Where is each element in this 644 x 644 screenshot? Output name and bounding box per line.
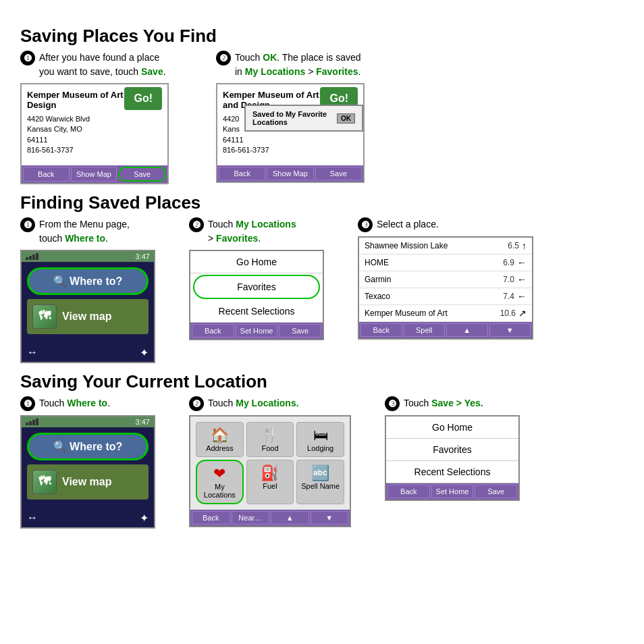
- device2-back-button[interactable]: Back: [219, 167, 265, 180]
- address-cell[interactable]: 🏠 Address: [196, 422, 244, 457]
- whereto2-footer: ↔ ✦: [22, 509, 154, 527]
- list-row[interactable]: Texaco 7.4 ←: [359, 288, 532, 305]
- device1-footer: Back Show Map Save: [22, 165, 167, 183]
- section2-steps: ❶ From the Menu page, touch Where to. 3:…: [20, 217, 624, 363]
- step-number-2-2: ❷: [189, 217, 204, 232]
- place-arrow: ↗: [518, 308, 527, 319]
- save-recent-item[interactable]: Recent Selections: [386, 461, 518, 483]
- icon-near-button[interactable]: Near…: [232, 511, 270, 525]
- section3-step3: ❸ Touch Save > Yes. Go Home Favorites Re…: [385, 396, 520, 501]
- list-down-button[interactable]: ▼: [489, 323, 531, 337]
- fav-back-button[interactable]: Back: [192, 324, 234, 338]
- section3-step2: ❷ Touch My Locations. 🏠 Address 🍴 Food 🛏…: [189, 396, 351, 527]
- place-dist: 7.0: [503, 275, 514, 284]
- ok-highlight: OK: [263, 52, 277, 63]
- section3-steps: ❶ Touch Where to. 3:47 🔍 Where to?: [20, 396, 624, 529]
- section1-steps: ❶ After you have found a place you want …: [20, 51, 624, 184]
- where-to-button2[interactable]: 🔍 Where to?: [27, 433, 149, 460]
- device2-showmap-button[interactable]: Show Map: [267, 167, 313, 180]
- address-icon: 🏠: [211, 427, 229, 444]
- map-icon: 🗺: [32, 304, 57, 329]
- where-to-highlight2: Where to: [67, 398, 107, 408]
- spell-cell[interactable]: 🔤 Spell Name: [296, 460, 344, 504]
- map-icon2: 🗺: [32, 470, 57, 494]
- place-name: Kemper Museum of Art: [365, 308, 500, 318]
- s2-step3-desc: Select a place.: [377, 217, 439, 232]
- place-name: Shawnee Mission Lake: [365, 241, 508, 250]
- icon-back-button[interactable]: Back: [192, 511, 230, 525]
- section1-step1: ❶ After you have found a place you want …: [20, 51, 169, 184]
- device2-save-button[interactable]: Save: [315, 167, 362, 180]
- search-icon: 🔍: [53, 275, 67, 287]
- whereto2-header: 3:47: [22, 417, 154, 427]
- place-arrow: ←: [517, 274, 527, 285]
- device1-address: 4420 Warwick Blvd Kansas City, MO 64111 …: [27, 114, 90, 156]
- icon-grid: 🏠 Address 🍴 Food 🛏 Lodging ❤ My Location…: [190, 417, 350, 510]
- list-row[interactable]: HOME 6.9 ←: [359, 254, 532, 271]
- icon-down-button[interactable]: ▼: [311, 511, 349, 525]
- list-row[interactable]: Kemper Museum of Art 10.6 ↗: [359, 305, 532, 322]
- lodging-label: Lodging: [307, 444, 333, 452]
- list-footer: Back Spell ▲ ▼: [359, 322, 532, 338]
- list-spell-button[interactable]: Spell: [404, 323, 446, 337]
- heart-icon: ❤: [213, 465, 225, 483]
- device1-back-button[interactable]: Back: [23, 167, 70, 182]
- list-up-button[interactable]: ▲: [446, 323, 488, 337]
- view-map-button2[interactable]: 🗺 View map: [27, 464, 149, 500]
- save-back-button[interactable]: Back: [387, 485, 430, 498]
- save-go-home-item[interactable]: Go Home: [386, 417, 518, 439]
- whereto-header: 3:47: [22, 251, 154, 262]
- device1-showmap-button[interactable]: Show Map: [71, 167, 117, 182]
- save-highlight: Save: [141, 66, 163, 77]
- device1-save-button[interactable]: Save: [118, 167, 166, 182]
- save-menu-footer: Back Set Home Save: [386, 483, 518, 500]
- place-name: Garmin: [365, 275, 503, 284]
- section3-title: Saving Your Current Location: [20, 371, 624, 392]
- device-time2: 3:47: [136, 418, 150, 426]
- place-dist: 6.5: [508, 241, 519, 250]
- whereto2-body: 🔍 Where to? 🗺 View map: [22, 427, 154, 509]
- whereto-device: 3:47 🔍 Where to? 🗺 View map ↔ ✦: [20, 250, 155, 363]
- save-sethome-button[interactable]: Set Home: [431, 485, 474, 498]
- icon-up-button[interactable]: ▲: [271, 511, 309, 525]
- section3-step1: ❶ Touch Where to. 3:47 🔍 Where to?: [20, 396, 155, 529]
- favorites-item[interactable]: Favorites: [193, 275, 320, 299]
- list-row[interactable]: Garmin 7.0 ←: [359, 271, 532, 288]
- list-row[interactable]: Shawnee Mission Lake 6.5 ↑: [359, 238, 532, 254]
- list-back-button[interactable]: Back: [360, 323, 402, 337]
- fuel-label: Fuel: [263, 482, 277, 490]
- device1-go-button[interactable]: Go!: [124, 87, 162, 110]
- section2-step3: ❸ Select a place. Shawnee Mission Lake 6…: [358, 217, 533, 340]
- save-favorites-item[interactable]: Favorites: [386, 439, 518, 461]
- s3-step1-desc: Touch Where to.: [39, 396, 110, 410]
- recent-selections-item[interactable]: Recent Selections: [190, 300, 323, 323]
- footer2-icon-2: ✦: [140, 512, 149, 525]
- go-home-item[interactable]: Go Home: [190, 251, 323, 273]
- save-save-button[interactable]: Save: [475, 485, 517, 498]
- step-number-2a: ❷: [216, 51, 231, 65]
- fuel-cell[interactable]: ⛽ Fuel: [246, 460, 294, 504]
- section2-step1: ❶ From the Menu page, touch Where to. 3:…: [20, 217, 155, 363]
- device-saved: Kemper Museum of Artand Design 4420Kans6…: [216, 83, 365, 183]
- toast-ok-button[interactable]: OK: [337, 113, 355, 124]
- fav-sethome-button[interactable]: Set Home: [236, 324, 278, 338]
- step2-desc: Touch OK. The place is saved in My Locat…: [235, 51, 361, 79]
- s3-step3-desc: Touch Save > Yes.: [404, 396, 483, 410]
- fuel-icon: ⛽: [261, 464, 279, 482]
- fav-menu-footer: Back Set Home Save: [190, 323, 323, 339]
- place-arrow: ←: [517, 257, 527, 268]
- step-number-2-3: ❸: [358, 217, 373, 232]
- s2-step2-desc: Touch My Locations > Favorites.: [208, 217, 296, 246]
- s3-step2-desc: Touch My Locations.: [208, 396, 299, 410]
- whereto-device2: 3:47 🔍 Where to? 🗺 View map ↔ ✦: [20, 415, 155, 529]
- fav-save-button[interactable]: Save: [279, 324, 321, 338]
- lodging-cell[interactable]: 🛏 Lodging: [296, 422, 344, 457]
- mylocations-cell[interactable]: ❤ My Locations: [196, 460, 244, 504]
- places-list-device: Shawnee Mission Lake 6.5 ↑ HOME 6.9 ← Ga…: [358, 236, 533, 340]
- where-to-button[interactable]: 🔍 Where to?: [27, 267, 149, 295]
- view-map-button[interactable]: 🗺 View map: [27, 299, 149, 334]
- food-cell[interactable]: 🍴 Food: [246, 422, 294, 457]
- food-icon: 🍴: [261, 427, 279, 444]
- spell-label: Spell Name: [301, 482, 340, 490]
- mylocations-highlight: My Locations: [245, 66, 305, 77]
